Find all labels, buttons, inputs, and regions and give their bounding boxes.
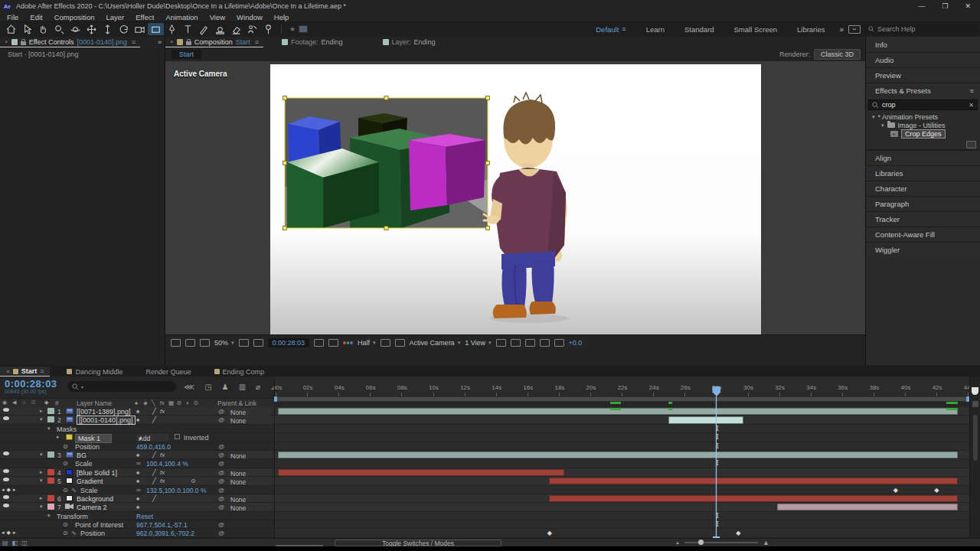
visibility-eye-icon[interactable]: [3, 478, 9, 481]
panel-section-align[interactable]: Align: [866, 150, 980, 165]
tab-footage-ending[interactable]: Footage: Ending: [277, 37, 348, 47]
resolution-select[interactable]: Half▾: [358, 339, 376, 347]
pickwhip-icon[interactable]: @: [218, 530, 224, 536]
motion-blur-icon[interactable]: ⌀: [256, 383, 260, 391]
show-channel-icon[interactable]: [343, 339, 353, 347]
type-tool-icon[interactable]: [180, 23, 196, 35]
parent-link-select[interactable]: None▾: [228, 452, 271, 459]
timecode[interactable]: 0:00:28:03: [5, 378, 57, 390]
layer-row-2[interactable]: ▾2[[0001-0140].png]♠╱@None▾: [0, 416, 274, 424]
shy-switch[interactable]: ♠: [136, 504, 139, 510]
magnification-select[interactable]: 50%▾: [214, 339, 234, 347]
motion-blur-switch[interactable]: ⊙: [191, 478, 196, 484]
panel-menu-icon[interactable]: ≡: [40, 367, 44, 375]
property-row-position[interactable]: ⊙Position459.0,416.0@: [0, 442, 274, 451]
close-tab-icon[interactable]: ×: [6, 368, 10, 375]
twirl-icon[interactable]: ▾: [47, 425, 51, 432]
layer-name[interactable]: [[0001-0140].png]: [77, 416, 136, 425]
keyframe-icon[interactable]: ◆: [736, 530, 740, 536]
expand-render-time-icon[interactable]: ◧: [12, 540, 18, 546]
region-of-interest-icon[interactable]: [381, 339, 390, 347]
preview-time[interactable]: 0:00:28:03: [268, 338, 310, 347]
transparency-grid-icon[interactable]: [395, 339, 405, 347]
workspace-switcher-icon[interactable]: ▪▪: [848, 25, 861, 34]
clone-stamp-tool-icon[interactable]: [212, 23, 228, 35]
link-icon[interactable]: ∞: [136, 487, 141, 494]
keyframe-icon[interactable]: ◆: [547, 530, 552, 536]
panel-section-info[interactable]: Info: [866, 37, 980, 52]
zoom-out-icon[interactable]: ▲: [675, 540, 680, 545]
property-row-transform[interactable]: ▾TransformReset: [0, 512, 274, 520]
visibility-eye-icon[interactable]: [3, 495, 9, 499]
panel-section-content-aware-fill[interactable]: Content-Aware Fill: [866, 227, 980, 242]
close-tab-icon[interactable]: ×: [170, 38, 174, 45]
layer-row-5[interactable]: ▾5Gradient♠╱fx⊙@None▾: [0, 477, 274, 485]
tab-layer-ending[interactable]: Layer: Ending: [378, 37, 440, 47]
menu-window[interactable]: Window: [237, 13, 263, 21]
layer-color-swatch[interactable]: [47, 408, 54, 414]
mask-visibility-icon[interactable]: [253, 339, 263, 347]
twirl-icon[interactable]: ▸: [40, 469, 43, 475]
renderer-button[interactable]: Classic 3D: [814, 49, 861, 60]
parent-link-select[interactable]: None▾: [228, 469, 271, 477]
always-preview-icon[interactable]: [171, 339, 181, 347]
quality-slash-switch[interactable]: ╱: [152, 495, 156, 502]
zoom-slider-knob[interactable]: [698, 540, 704, 545]
parent-link-select[interactable]: None▾: [228, 495, 271, 503]
panel-section-libraries[interactable]: Libraries: [866, 165, 980, 181]
fill-swatch[interactable]: [299, 25, 308, 33]
panel-menu-icon[interactable]: ≡: [255, 38, 259, 46]
layer-duration-bar[interactable]: [549, 495, 958, 502]
close-tab-icon[interactable]: ×: [5, 38, 8, 45]
layer-row-4[interactable]: ▸4[Blue Solid 1]♠╱fx@None▾: [0, 468, 274, 477]
parent-pickwhip-icon[interactable]: @: [218, 416, 224, 423]
parent-pickwhip-icon[interactable]: @: [218, 408, 224, 415]
quality-slash-switch[interactable]: ╱: [152, 416, 156, 423]
track-lane[interactable]: I: [275, 442, 969, 451]
panel-section-preview[interactable]: Preview: [866, 67, 980, 83]
twirl-icon[interactable]: ▾: [47, 513, 51, 519]
expand-in-out-icon[interactable]: ▤: [2, 540, 8, 546]
view-layout-select[interactable]: 1 View▾: [465, 339, 491, 347]
shy-switch[interactable]: ♠: [136, 408, 139, 415]
home-tool-icon[interactable]: [3, 23, 19, 35]
tree-item-crop-edges[interactable]: ▸Crop Edges: [866, 129, 980, 138]
property-row-scale[interactable]: ◂◆▸⊙∿Scale∞132.5,100.0,100.0 %@: [0, 486, 274, 494]
quality-slash-switch[interactable]: ╱: [152, 408, 156, 415]
layer-row-7[interactable]: ▾7Camera 2♠@None▾: [0, 503, 274, 511]
property-value[interactable]: 132.5,100.0,100.0 %: [146, 487, 206, 494]
tree-item-image-utilities[interactable]: ▾Image - Utilities: [866, 121, 980, 129]
rectangle-tool-icon[interactable]: [148, 23, 164, 35]
visibility-eye-icon[interactable]: [3, 452, 9, 455]
layer-duration-bar[interactable]: [278, 469, 564, 476]
parent-link-select[interactable]: None▾: [228, 504, 271, 511]
composition-canvas[interactable]: [270, 64, 761, 334]
layer-row-1[interactable]: ▸1[[0071-1389].png]♠╱fx@None▾: [0, 407, 274, 416]
new-preset-button[interactable]: [966, 141, 976, 148]
inverted-checkbox[interactable]: [175, 434, 180, 439]
stopwatch-icon[interactable]: ⊙: [63, 460, 68, 467]
fx-switch[interactable]: fx: [160, 452, 165, 458]
toggle-switches-modes-button[interactable]: Toggle Switches / Modes: [335, 540, 501, 546]
layer-color-swatch[interactable]: [47, 469, 54, 475]
zoom-slider[interactable]: [684, 542, 758, 543]
fx-switch[interactable]: fx: [160, 408, 165, 415]
visibility-eye-icon[interactable]: [3, 408, 9, 412]
reset-exposure-icon[interactable]: [554, 339, 564, 347]
stopwatch-icon[interactable]: ⊙: [63, 443, 68, 450]
property-label[interactable]: Scale: [80, 487, 98, 494]
menu-effect[interactable]: Effect: [136, 13, 154, 21]
pickwhip-icon[interactable]: @: [218, 487, 224, 494]
workspace-standard[interactable]: Standard: [675, 25, 724, 34]
property-value[interactable]: 962.0,3091.6,-702.2: [136, 530, 194, 537]
share-view-icon[interactable]: [200, 339, 210, 347]
work-area-bar[interactable]: [274, 396, 969, 402]
twirl-icon[interactable]: ▸: [40, 408, 43, 414]
expand-transfer-icon[interactable]: ◫: [21, 540, 28, 546]
workspace-overflow-icon[interactable]: »: [839, 25, 844, 34]
visibility-eye-icon[interactable]: [3, 416, 9, 420]
layer-row-3[interactable]: ▾3BG♠╱fx@None▾: [0, 451, 274, 459]
track-lane[interactable]: [275, 477, 969, 485]
camera-tool-icon[interactable]: [132, 23, 148, 35]
layer-duration-bar[interactable]: [777, 504, 958, 510]
